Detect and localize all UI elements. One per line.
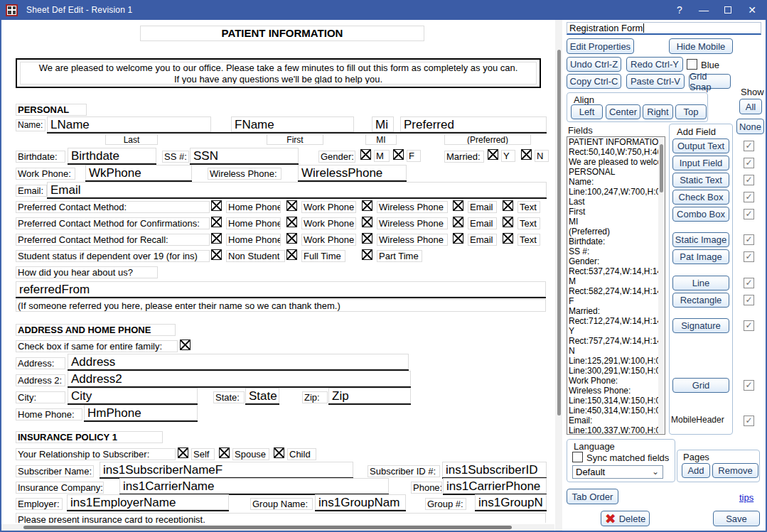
married-y-checkbox[interactable] [488, 149, 498, 160]
copy-button[interactable]: Copy Ctrl-C [567, 74, 621, 89]
edit-properties-button[interactable]: Edit Properties [567, 38, 634, 54]
list-item[interactable]: Rect:50,140,W:750,H:46 [567, 147, 665, 157]
add-output-text-button[interactable]: Output Text [672, 139, 729, 153]
sub-label-preferred[interactable]: (Preferred) [444, 134, 531, 145]
add-rectangle-button[interactable]: Rectangle [672, 293, 729, 308]
show-output-text-checkbox[interactable] [744, 141, 754, 151]
field-group-num[interactable]: ins1GroupN [475, 494, 547, 510]
list-item[interactable]: Line:100,247,W:700,H:0 [567, 187, 665, 197]
rel-self-checkbox[interactable] [178, 447, 188, 458]
field-state[interactable]: State [245, 388, 279, 403]
align-left-button[interactable]: Left [571, 104, 603, 119]
list-item[interactable]: Birthdate: [567, 237, 665, 246]
add-static-text-button[interactable]: Static Text [672, 173, 729, 188]
add-check-box-button[interactable]: Check Box [672, 190, 729, 205]
contact-method-label[interactable]: Preferred Contact Method: [16, 201, 210, 213]
sync-matched-fields-checkbox[interactable] [572, 452, 583, 462]
home-phone-label[interactable]: Home Phone: [16, 408, 82, 420]
contact2-email-checkbox[interactable] [453, 233, 463, 244]
email-label[interactable]: Email: [16, 185, 47, 197]
contact1-email-label[interactable]: Email [468, 217, 497, 229]
group-name-label[interactable]: Group Name: [250, 498, 313, 510]
field-city[interactable]: City [68, 388, 198, 403]
section-header-personal[interactable]: PERSONAL [16, 104, 87, 116]
contact0-text-checkbox[interactable] [503, 200, 513, 211]
show-combo-box-checkbox[interactable] [744, 209, 754, 219]
list-item[interactable]: Gender: [567, 256, 665, 266]
show-line-checkbox[interactable] [744, 278, 754, 288]
list-item[interactable]: First [567, 207, 665, 217]
contact1-text-checkbox[interactable] [503, 217, 513, 227]
contact1-wireless-label[interactable]: Wireless Phone [377, 217, 448, 229]
rel-self-label[interactable]: Self [191, 448, 215, 460]
list-item[interactable]: Married: [567, 306, 665, 316]
form-vertical-scrollbar[interactable] [555, 20, 562, 531]
field-group-name[interactable]: ins1GroupNam [315, 494, 406, 510]
field-address[interactable]: Address [68, 354, 409, 369]
work-phone-label[interactable]: Work Phone: [16, 168, 75, 180]
contact2-work-label[interactable]: Work Phone [301, 234, 356, 246]
add-combo-box-button[interactable]: Combo Box [672, 207, 729, 222]
gender-m-label[interactable]: M [374, 150, 390, 162]
field-carrier-name[interactable]: ins1CarrierName [119, 478, 389, 494]
rel-child-label[interactable]: Child [287, 448, 316, 460]
contact-confirm-label[interactable]: Preferred Contact Method for Confirmatio… [16, 217, 210, 229]
contact0-email-checkbox[interactable] [453, 200, 463, 211]
list-item[interactable]: Rect:582,274,W:14,H:14 [567, 286, 665, 296]
field-preferred[interactable]: Preferred [400, 116, 547, 132]
list-item[interactable]: Email: [567, 416, 665, 425]
list-item[interactable]: We are pleased to welcom [567, 157, 665, 167]
contact2-text-label[interactable]: Text [517, 234, 540, 246]
align-center-button[interactable]: Center [606, 104, 640, 119]
sheet-name-input[interactable]: Registration Form [567, 22, 761, 35]
align-top-button[interactable]: Top [675, 104, 707, 119]
list-item[interactable]: SS #: [567, 246, 665, 256]
field-fname[interactable]: FName [231, 116, 354, 132]
name-label[interactable]: Name: [16, 119, 45, 131]
zip-label[interactable]: Zip: [302, 391, 328, 403]
list-item[interactable]: Y [567, 326, 665, 336]
add-line-button[interactable]: Line [672, 276, 729, 291]
contact0-email-label[interactable]: Email [468, 201, 497, 213]
gender-f-checkbox[interactable] [393, 149, 404, 160]
student-full-label[interactable]: Full Time [301, 250, 345, 262]
field-zip[interactable]: Zip [328, 388, 411, 403]
address-label[interactable]: Address: [16, 357, 65, 369]
contact-recall-label[interactable]: Preferred Contact Method for Recall: [16, 234, 210, 246]
gender-m-checkbox[interactable] [360, 149, 371, 160]
redo-button[interactable]: Redo Ctrl-Y [626, 57, 683, 72]
field-subscriber-name[interactable]: ins1SubscriberNameF [100, 462, 353, 477]
contact0-home-label[interactable]: Home Phone [226, 201, 281, 213]
show-mobile-header-checkbox[interactable] [744, 416, 754, 426]
field-lname[interactable]: LName [47, 116, 211, 132]
ssn-label[interactable]: SS #: [162, 151, 189, 163]
married-n-label[interactable]: N [535, 150, 549, 162]
show-static-image-checkbox[interactable] [744, 234, 754, 245]
delete-button[interactable]: ✖Delete [601, 511, 650, 526]
section-header-insurance[interactable]: INSURANCE POLICY 1 [16, 431, 163, 443]
insurance-company-label[interactable]: Insurance Company: [16, 482, 104, 494]
blue-checkbox[interactable] [687, 59, 697, 70]
help-button[interactable]: ? [667, 4, 692, 16]
grid-snap-button[interactable]: Grid Snap [689, 74, 731, 89]
field-birthdate[interactable]: Birthdate [68, 148, 156, 163]
list-item[interactable]: PATIENT INFORMATION [567, 137, 665, 147]
welcome-text[interactable]: We are pleased to welcome you to our off… [20, 62, 537, 85]
hide-mobile-button[interactable]: Hide Mobile [669, 38, 733, 54]
student-part-checkbox[interactable] [362, 249, 372, 260]
subscriber-name-label[interactable]: Subscriber Name: [16, 465, 94, 477]
minimize-button[interactable]: — [692, 4, 716, 16]
relationship-label[interactable]: Your Relationship to Subscriber: [16, 448, 176, 460]
undo-button[interactable]: Undo Ctrl-Z [567, 57, 621, 72]
contact1-wireless-checkbox[interactable] [362, 217, 372, 227]
contact1-home-label[interactable]: Home Phone [226, 217, 281, 229]
contact1-work-checkbox[interactable] [286, 217, 297, 227]
field-wireless-phone[interactable]: WirelessPhone [298, 165, 407, 180]
field-referred-from[interactable]: referredFrom [16, 281, 546, 297]
pages-add-button[interactable]: Add [682, 463, 710, 478]
show-grid-checkbox[interactable] [744, 380, 754, 391]
tips-link[interactable]: tips [739, 492, 753, 503]
contact0-wireless-checkbox[interactable] [362, 200, 372, 211]
add-signature-button[interactable]: Signature [672, 318, 729, 333]
student-non-label[interactable]: Non Student [226, 250, 285, 262]
